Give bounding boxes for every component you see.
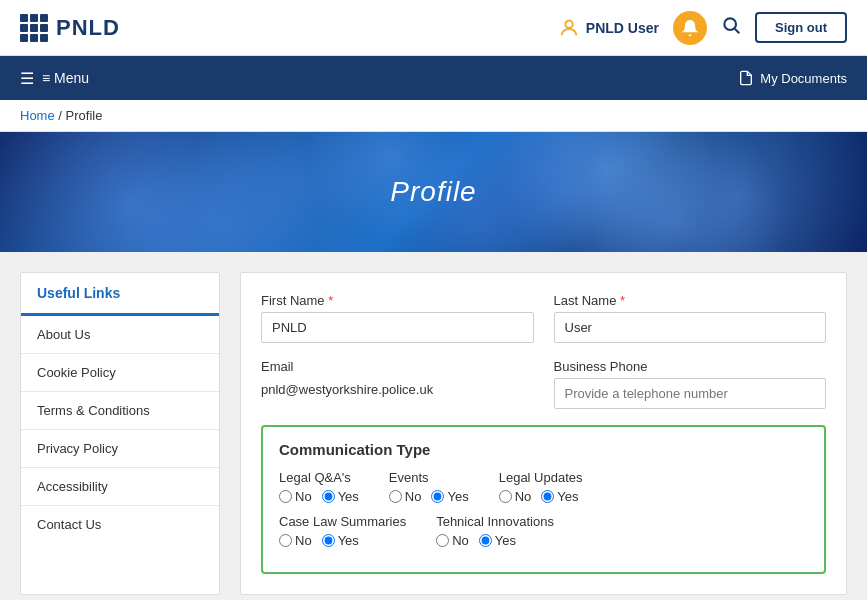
- svg-line-2: [735, 29, 740, 34]
- radio-events-no[interactable]: [389, 490, 402, 503]
- search-icon: [721, 15, 741, 35]
- search-button[interactable]: [721, 15, 741, 40]
- radio-legal-updates-yes[interactable]: [541, 490, 554, 503]
- comm-legal-qas-no[interactable]: No: [279, 489, 312, 504]
- first-name-group: First Name *: [261, 293, 534, 343]
- logo-text: PNLD: [56, 15, 120, 41]
- last-name-required: *: [620, 293, 625, 308]
- header: PNLD PNLD User Sign out: [0, 0, 867, 56]
- radio-case-law-yes[interactable]: [322, 534, 335, 547]
- comm-events-label: Events: [389, 470, 469, 485]
- hero-banner: Profile: [0, 132, 867, 252]
- comm-tech-innovations-yes[interactable]: Yes: [479, 533, 516, 548]
- comm-events-yes[interactable]: Yes: [431, 489, 468, 504]
- first-name-input[interactable]: [261, 312, 534, 343]
- radio-legal-updates-no[interactable]: [499, 490, 512, 503]
- comm-tech-innovations-label: Tehnical Innovations: [436, 514, 554, 529]
- last-name-group: Last Name *: [554, 293, 827, 343]
- comm-case-law-label: Case Law Summaries: [279, 514, 406, 529]
- sidebar-item-terms[interactable]: Terms & Conditions: [21, 392, 219, 430]
- breadcrumb-separator: /: [58, 108, 65, 123]
- comm-case-law-yes[interactable]: Yes: [322, 533, 359, 548]
- sidebar-item-about-us[interactable]: About Us: [21, 316, 219, 354]
- communication-type-box: Communication Type Legal Q&A's No Yes Ev…: [261, 425, 826, 574]
- comm-events: Events No Yes: [389, 470, 469, 504]
- sidebar-heading: Useful Links: [21, 273, 219, 316]
- svg-point-0: [565, 20, 572, 27]
- menu-label: ≡ Menu: [42, 70, 89, 86]
- comm-legal-qas-label: Legal Q&A's: [279, 470, 359, 485]
- logo-area: PNLD: [20, 14, 120, 42]
- first-name-label: First Name *: [261, 293, 534, 308]
- phone-group: Business Phone: [554, 359, 827, 409]
- main-content: Useful Links About Us Cookie Policy Term…: [0, 252, 867, 600]
- document-icon: [738, 70, 754, 86]
- sidebar-item-accessibility[interactable]: Accessibility: [21, 468, 219, 506]
- user-icon: [558, 17, 580, 39]
- phone-label: Business Phone: [554, 359, 827, 374]
- navbar: ☰ ≡ Menu My Documents: [0, 56, 867, 100]
- radio-legal-qas-yes[interactable]: [322, 490, 335, 503]
- breadcrumb-current: Profile: [66, 108, 103, 123]
- breadcrumb: Home / Profile: [0, 100, 867, 132]
- comm-tech-innovations-no[interactable]: No: [436, 533, 469, 548]
- menu-button[interactable]: ☰ ≡ Menu: [20, 69, 89, 88]
- email-value: pnld@westyorkshire.police.uk: [261, 378, 534, 397]
- hero-title: Profile: [390, 176, 476, 208]
- comm-legal-qas-radios: No Yes: [279, 489, 359, 504]
- header-right: PNLD User Sign out: [558, 11, 847, 45]
- radio-tech-innovations-no[interactable]: [436, 534, 449, 547]
- phone-input[interactable]: [554, 378, 827, 409]
- bell-icon: [681, 19, 699, 37]
- comm-events-no[interactable]: No: [389, 489, 422, 504]
- comm-legal-updates-no[interactable]: No: [499, 489, 532, 504]
- sidebar: Useful Links About Us Cookie Policy Term…: [20, 272, 220, 595]
- signout-button[interactable]: Sign out: [755, 12, 847, 43]
- comm-tech-innovations-radios: No Yes: [436, 533, 554, 548]
- comm-case-law: Case Law Summaries No Yes: [279, 514, 406, 548]
- sidebar-item-contact[interactable]: Contact Us: [21, 506, 219, 543]
- radio-legal-qas-no[interactable]: [279, 490, 292, 503]
- contact-row: Email pnld@westyorkshire.police.uk Busin…: [261, 359, 826, 409]
- comm-legal-updates-label: Legal Updates: [499, 470, 583, 485]
- docs-label: My Documents: [760, 71, 847, 86]
- comm-row-1: Legal Q&A's No Yes Events No Yes Legal U…: [279, 470, 808, 504]
- sidebar-item-cookie-policy[interactable]: Cookie Policy: [21, 354, 219, 392]
- last-name-input[interactable]: [554, 312, 827, 343]
- svg-point-1: [724, 18, 736, 30]
- comm-tech-innovations: Tehnical Innovations No Yes: [436, 514, 554, 548]
- comm-case-law-no[interactable]: No: [279, 533, 312, 548]
- name-row: First Name * Last Name *: [261, 293, 826, 343]
- notifications-button[interactable]: [673, 11, 707, 45]
- last-name-label: Last Name *: [554, 293, 827, 308]
- email-label: Email: [261, 359, 534, 374]
- menu-icon: ☰: [20, 69, 34, 88]
- comm-type-title: Communication Type: [279, 441, 808, 458]
- comm-legal-updates: Legal Updates No Yes: [499, 470, 583, 504]
- comm-case-law-radios: No Yes: [279, 533, 406, 548]
- radio-case-law-no[interactable]: [279, 534, 292, 547]
- my-documents-button[interactable]: My Documents: [738, 70, 847, 86]
- user-area: PNLD User: [558, 17, 659, 39]
- first-name-required: *: [328, 293, 333, 308]
- radio-tech-innovations-yes[interactable]: [479, 534, 492, 547]
- comm-legal-updates-radios: No Yes: [499, 489, 583, 504]
- sidebar-item-privacy[interactable]: Privacy Policy: [21, 430, 219, 468]
- email-group: Email pnld@westyorkshire.police.uk: [261, 359, 534, 409]
- comm-legal-qas: Legal Q&A's No Yes: [279, 470, 359, 504]
- user-name: PNLD User: [586, 20, 659, 36]
- comm-row-2: Case Law Summaries No Yes Tehnical Innov…: [279, 514, 808, 548]
- logo-grid-icon: [20, 14, 48, 42]
- form-area: First Name * Last Name * Email pnld@west…: [240, 272, 847, 595]
- radio-events-yes[interactable]: [431, 490, 444, 503]
- breadcrumb-home[interactable]: Home: [20, 108, 55, 123]
- comm-legal-updates-yes[interactable]: Yes: [541, 489, 578, 504]
- comm-legal-qas-yes[interactable]: Yes: [322, 489, 359, 504]
- comm-events-radios: No Yes: [389, 489, 469, 504]
